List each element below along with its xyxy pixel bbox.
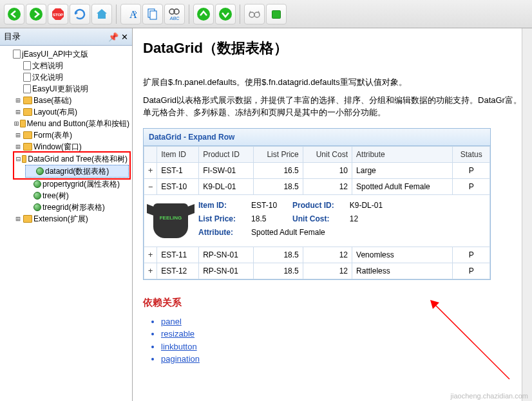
expanded-detail: FEELING Item ID:EST-10 Product ID:K9-DL-… [144, 194, 490, 247]
svg-point-12 [249, 12, 254, 17]
close-sidebar-icon[interactable]: ✕ [121, 32, 128, 42]
glasses-button[interactable] [244, 4, 265, 24]
book-button[interactable] [266, 4, 287, 24]
expand-icon[interactable]: + [144, 263, 157, 279]
svg-point-13 [254, 12, 260, 17]
svg-point-11 [219, 8, 232, 21]
svg-text:A: A [129, 9, 137, 20]
svg-text:ABC: ABC [169, 16, 180, 21]
up-button[interactable] [193, 4, 214, 24]
svg-point-0 [8, 8, 21, 21]
back-button[interactable] [4, 4, 24, 24]
collapse-icon[interactable]: − [144, 178, 157, 194]
tree-doc[interactable]: 文档说明 [13, 60, 131, 71]
watermark: jiaocheng.chazidian.com [451, 392, 528, 400]
expand-icon[interactable]: + [144, 247, 157, 263]
page-title: DataGrid（数据表格） [143, 39, 529, 58]
down-button[interactable] [215, 4, 236, 24]
tree-root[interactable]: jEasyUI_API中文版 [3, 48, 131, 60]
tree-folder[interactable]: ⊞Form(表单) [13, 129, 131, 141]
datagrid: Item ID Product ID List Price Unit Cost … [144, 146, 490, 279]
table-row[interactable]: + EST-1 FI-SW-01 16.5 10 Large P [144, 162, 490, 178]
pin-icon[interactable]: 📌 [108, 32, 119, 42]
tree-item[interactable]: tree(树) [23, 190, 131, 201]
tree-item[interactable]: propertygrid(属性表格) [23, 178, 131, 190]
sidebar: 目录 📌 ✕ jEasyUI_API中文版 文档说明 汉化说明 EasyUI更新… [0, 28, 133, 401]
tree-item[interactable]: treegrid(树形表格) [23, 201, 131, 213]
stop-button[interactable]: STOP [48, 4, 68, 24]
expand-icon[interactable]: + [144, 162, 157, 178]
tree-doc[interactable]: EasyUI更新说明 [13, 83, 131, 95]
tree-folder-datagrid[interactable]: ⊟DataGrid and Tree(表格和树) [15, 153, 129, 165]
copy-button[interactable] [142, 4, 163, 24]
content-pane: DataGrid（数据表格） 扩展自$.fn.panel.defaults。使用… [133, 28, 532, 401]
table-row[interactable]: − EST-10 K9-DL-01 18.5 12 Spotted Adult … [144, 178, 490, 194]
table-row[interactable]: + EST-11 RP-SN-01 18.5 12 Venomless P [144, 247, 490, 263]
annotation-arrow [429, 299, 513, 382]
content-scrollbar[interactable] [522, 28, 532, 401]
example-panel: DataGrid - Expand Row Item ID Product ID… [143, 128, 491, 280]
refresh-button[interactable] [70, 4, 90, 24]
main-toolbar: STOP A ABC [0, 0, 532, 28]
nav-tree: jEasyUI_API中文版 文档说明 汉化说明 EasyUI更新说明 ⊞Bas… [0, 46, 132, 401]
tree-folder[interactable]: ⊞Layout(布局) [13, 106, 131, 118]
panel-title: DataGrid - Expand Row [144, 129, 490, 146]
sidebar-title-bar: 目录 📌 ✕ [0, 28, 132, 46]
table-row[interactable]: + EST-12 RP-SN-01 18.5 12 Rattleless P [144, 263, 490, 279]
svg-rect-15 [272, 11, 280, 18]
font-button[interactable]: A [120, 4, 141, 24]
find-button[interactable]: ABC [164, 4, 185, 24]
tree-folder[interactable]: ⊞Menu and Button(菜单和按钮) [13, 118, 131, 129]
tree-folder[interactable]: ⊞Extension(扩展) [13, 213, 131, 225]
svg-rect-6 [150, 11, 157, 19]
sidebar-title: 目录 [4, 31, 21, 42]
tree-folder[interactable]: ⊞Base(基础) [13, 95, 131, 106]
intro-1: 扩展自$.fn.panel.defaults。使用$.fn.datagrid.d… [143, 76, 529, 89]
svg-line-16 [434, 304, 509, 379]
tshirt-image: FEELING [151, 201, 191, 241]
svg-point-10 [197, 8, 210, 21]
svg-text:STOP: STOP [53, 13, 63, 17]
forward-button[interactable] [26, 4, 46, 24]
tree-item-datagrid[interactable]: datagrid(数据表格) [25, 165, 129, 178]
tree-doc[interactable]: 汉化说明 [13, 71, 131, 83]
home-button[interactable] [91, 4, 112, 24]
table-header-row: Item ID Product ID List Price Unit Cost … [144, 146, 490, 162]
svg-point-1 [30, 8, 43, 21]
intro-2: DataGrid以表格形式展示数据，并提供了丰富的选择、排序、分组和编辑数据的功… [143, 94, 529, 119]
